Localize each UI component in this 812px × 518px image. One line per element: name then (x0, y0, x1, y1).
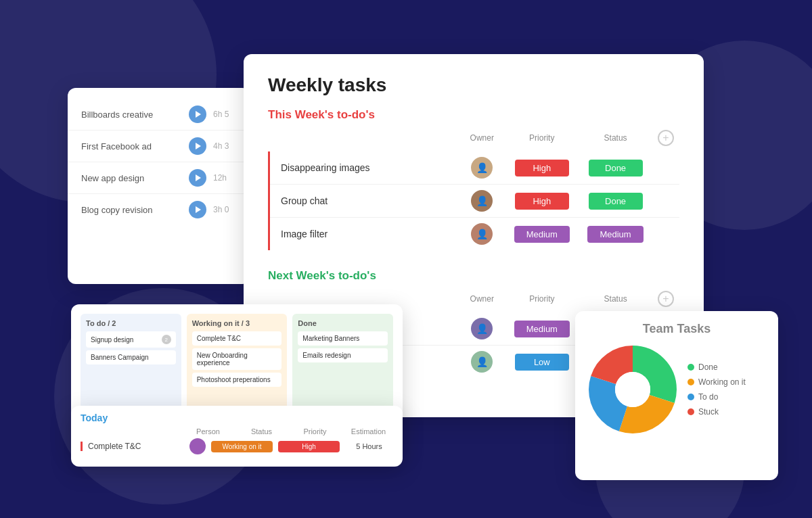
legend-label-done: Done (698, 362, 718, 372)
task-time-1: 4h 3 (213, 141, 237, 151)
board-card-0-1[interactable]: Banners Campaign (86, 350, 176, 364)
legend-label-stuck: Stuck (698, 407, 719, 417)
col-status-1: Status (579, 130, 652, 151)
team-legend: Done Working on it To do Stuck (687, 362, 746, 417)
today-priority-badge: High (278, 441, 340, 452)
today-person-avatar (189, 438, 206, 454)
today-status-badge: Working on it (211, 441, 273, 452)
task-label-2: New app design (81, 173, 182, 183)
legend-item-stuck: Stuck (687, 407, 746, 417)
task-list-panel: Billboards creative 6h 5 First Facebook … (68, 88, 250, 284)
legend-item-working: Working on it (687, 377, 746, 387)
team-tasks-title: Team Tasks (589, 322, 765, 336)
task-priority-imagefilter: Medium (505, 218, 579, 251)
board-col-done-title: Done (298, 319, 388, 327)
this-week-table: Owner Priority Status + Disappearing ima… (268, 130, 679, 250)
task-time-3: 3h 0 (213, 205, 237, 214)
task-row-0[interactable]: Billboards creative 6h 5 (68, 99, 250, 131)
task-row-1[interactable]: First Facebook ad 4h 3 (68, 131, 250, 162)
col-priority-2: Priority (505, 291, 579, 312)
priority-badge-medium-2: Medium (514, 321, 570, 337)
task-label-1: First Facebook ad (81, 141, 182, 151)
board-card-text-0-1: Banners Campaign (91, 354, 149, 361)
col-owner-2: Owner (459, 291, 505, 312)
this-week-row-2: Image filter 👤 Medium Medium (269, 218, 680, 251)
priority-badge-high-1: High (515, 160, 569, 176)
avatar-3: 👤 (471, 223, 493, 245)
board-card-1-0[interactable]: Complete T&C (192, 331, 282, 346)
board-card-0-0[interactable]: Signup design 2 (86, 331, 176, 348)
task-priority-disappearing: High (505, 151, 579, 185)
legend-label-todo: To do (698, 392, 718, 402)
add-task-this-week[interactable]: + (658, 130, 674, 146)
board-card-2-0[interactable]: Marketing Banners (298, 331, 388, 346)
col-priority-1: Priority (505, 130, 579, 151)
avatar-1: 👤 (471, 157, 493, 179)
task-time-2: 12h (213, 173, 237, 183)
play-button-0[interactable] (189, 105, 206, 123)
priority-badge-medium-1: Medium (514, 226, 570, 243)
play-button-2[interactable] (189, 169, 206, 187)
board-card-text-1-2: Photoshoot preperations (197, 376, 271, 383)
col-task (269, 130, 459, 151)
today-col-status2: Status (237, 427, 286, 435)
legend-label-working: Working on it (698, 377, 746, 387)
col-owner-1: Owner (459, 130, 505, 151)
task-row-2[interactable]: New app design 12h (68, 162, 250, 194)
today-task-row: Complete T&C Working on it High 5 Hours (81, 438, 393, 454)
board-col-working-title: Working on it / 3 (192, 319, 282, 327)
legend-dot-working (687, 379, 694, 385)
this-week-title: This Week's to-do's (268, 108, 679, 122)
avatar-2: 👤 (471, 190, 493, 212)
panel-title: Weekly tasks (268, 74, 679, 96)
board-card-1-2[interactable]: Photoshoot preperations (192, 373, 282, 387)
today-title: Today (81, 413, 393, 423)
board-card-1-1[interactable]: New Onboarding experience (192, 348, 282, 370)
col-add-2: + (652, 291, 679, 312)
this-week-row-1: Group chat 👤 High Done (269, 185, 680, 218)
task-label-3: Blog copy revision (81, 205, 182, 215)
today-col-estimation: Estimation (344, 427, 393, 435)
task-priority-feed: Medium (505, 312, 579, 346)
task-priority-groupchat: High (505, 185, 579, 218)
legend-dot-done (687, 364, 694, 371)
board-card-text-1-0: Complete T&C (197, 335, 241, 342)
add-task-next-week[interactable]: + (658, 291, 674, 307)
today-estimation: 5 Hours (345, 442, 393, 450)
task-status-imagefilter: Medium (579, 218, 652, 251)
play-button-3[interactable] (189, 201, 206, 218)
task-priority-comments: Low (505, 346, 579, 379)
task-name-disappearing: Disappearing images (269, 151, 459, 185)
today-col-priority: Priority (290, 427, 340, 435)
task-row-3[interactable]: Blog copy revision 3h 0 (68, 194, 250, 225)
board-card-text-1-1: New Onboarding experience (197, 352, 277, 367)
task-owner-comments: 👤 (459, 346, 505, 379)
task-owner-disappearing: 👤 (459, 151, 505, 185)
play-button-1[interactable] (189, 137, 206, 155)
task-name-imagefilter: Image filter (269, 218, 459, 251)
task-label-0: Billboards creative (81, 110, 182, 120)
board-card-text-2-0: Marketing Banners (302, 335, 359, 342)
status-badge-done-2: Done (589, 193, 643, 210)
task-owner-imagefilter: 👤 (459, 218, 505, 251)
task-time-0: 6h 5 (213, 110, 237, 119)
board-card-2-1[interactable]: Emails redesign (298, 348, 388, 362)
pie-chart-svg (589, 346, 677, 433)
avatar-4: 👤 (471, 318, 493, 339)
team-tasks-panel: Team Tasks Done Working on it (575, 311, 778, 480)
priority-badge-high-2: High (515, 193, 569, 210)
next-week-title: Next Week's to-do's (268, 269, 679, 283)
status-badge-medium-1: Medium (587, 226, 643, 243)
task-owner-feed: 👤 (459, 312, 505, 346)
task-name-groupchat: Group chat (269, 185, 459, 218)
legend-dot-stuck (687, 408, 694, 415)
priority-badge-low-1: Low (515, 354, 569, 371)
team-content: Done Working on it To do Stuck (589, 346, 765, 433)
board-card-text-0-0: Signup design (91, 336, 133, 344)
board-col-todo-title: To do / 2 (86, 319, 176, 327)
pie-chart (589, 346, 677, 433)
today-panel: Today Person Status Priority Estimation … (71, 406, 403, 467)
today-task-name: Complete T&C (81, 442, 184, 451)
legend-item-todo: To do (687, 392, 746, 402)
avatar-5: 👤 (471, 351, 493, 373)
